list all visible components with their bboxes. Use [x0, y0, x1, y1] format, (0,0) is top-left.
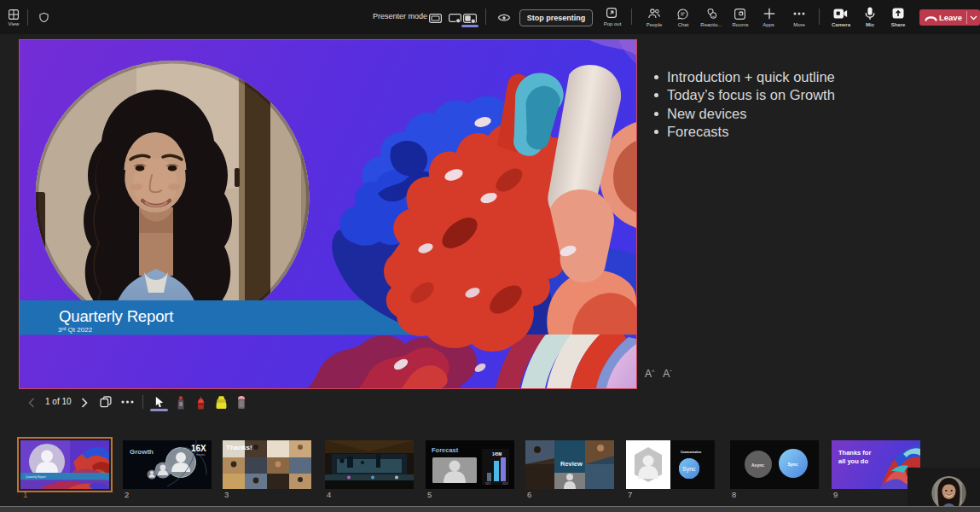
svg-text:2023: 2023 [502, 482, 508, 486]
svg-text:145M: 145M [492, 452, 502, 457]
svg-text:16X: 16X [191, 444, 206, 453]
svg-text:Quarterly Report: Quarterly Report [59, 307, 174, 325]
svg-text:Thanks for: Thanks for [838, 449, 871, 457]
svg-text:Sync: Sync [682, 466, 696, 473]
svg-text:minutes: minutes [196, 453, 206, 457]
svg-text:3ʳᵈ Qt 2022: 3ʳᵈ Qt 2022 [58, 326, 93, 334]
svg-text:2021: 2021 [485, 482, 491, 486]
svg-text:Async: Async [751, 463, 764, 468]
svg-text:Quarterly Report: Quarterly Report [26, 475, 46, 479]
svg-text:Review: Review [560, 460, 583, 468]
svg-text:Sync: Sync [788, 462, 798, 467]
svg-text:all you do: all you do [838, 457, 868, 465]
svg-text:Growth: Growth [130, 448, 154, 456]
svg-text:Thanks!: Thanks! [226, 444, 252, 451]
svg-text:Communication: Communication [681, 451, 701, 454]
svg-text:Forecast: Forecast [432, 446, 459, 454]
